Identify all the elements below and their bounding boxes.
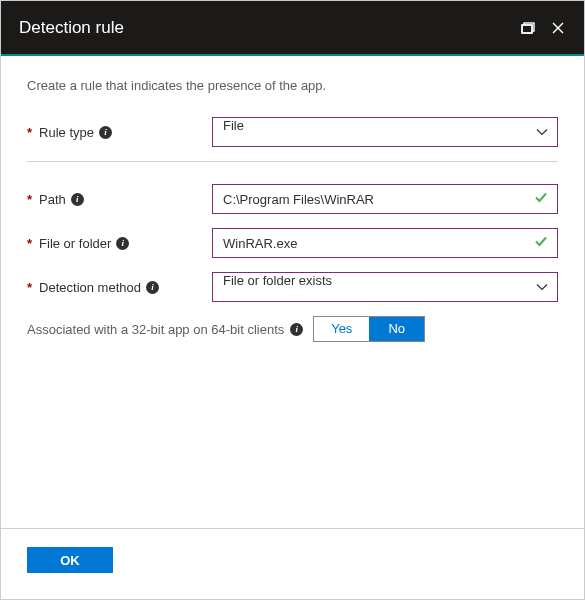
svg-rect-1 [522, 25, 532, 33]
assoc-32bit-label: Associated with a 32-bit app on 64-bit c… [27, 322, 303, 337]
ok-button[interactable]: OK [27, 547, 113, 573]
close-icon[interactable] [550, 20, 566, 36]
info-icon[interactable]: i [290, 323, 303, 336]
path-input[interactable] [212, 184, 558, 214]
file-or-folder-row: * File or folder i [27, 228, 558, 258]
dialog-header: Detection rule [1, 1, 584, 56]
required-asterisk: * [27, 280, 32, 295]
window-controls [520, 20, 566, 36]
path-label: * Path i [27, 192, 212, 207]
path-row: * Path i [27, 184, 558, 214]
info-icon[interactable]: i [99, 126, 112, 139]
required-asterisk: * [27, 236, 32, 251]
restore-icon[interactable] [520, 20, 536, 36]
assoc-32bit-row: Associated with a 32-bit app on 64-bit c… [27, 316, 558, 342]
required-asterisk: * [27, 125, 32, 140]
assoc-32bit-toggle: Yes No [313, 316, 425, 342]
description-text: Create a rule that indicates the presenc… [27, 78, 558, 93]
info-icon[interactable]: i [146, 281, 159, 294]
dialog-title: Detection rule [19, 18, 124, 38]
info-icon[interactable]: i [71, 193, 84, 206]
dialog-footer: OK [1, 528, 584, 599]
toggle-yes[interactable]: Yes [314, 317, 369, 341]
rule-type-row: * Rule type i File [27, 117, 558, 147]
toggle-no[interactable]: No [369, 317, 424, 341]
file-or-folder-input[interactable] [212, 228, 558, 258]
rule-type-label: * Rule type i [27, 125, 212, 140]
file-or-folder-label: * File or folder i [27, 236, 212, 251]
section-divider [27, 161, 558, 162]
dialog-content: Create a rule that indicates the presenc… [1, 56, 584, 528]
detection-method-row: * Detection method i File or folder exis… [27, 272, 558, 302]
info-icon[interactable]: i [116, 237, 129, 250]
rule-type-select[interactable]: File [212, 117, 558, 147]
required-asterisk: * [27, 192, 32, 207]
detection-method-select[interactable]: File or folder exists [212, 272, 558, 302]
detection-method-label: * Detection method i [27, 280, 212, 295]
